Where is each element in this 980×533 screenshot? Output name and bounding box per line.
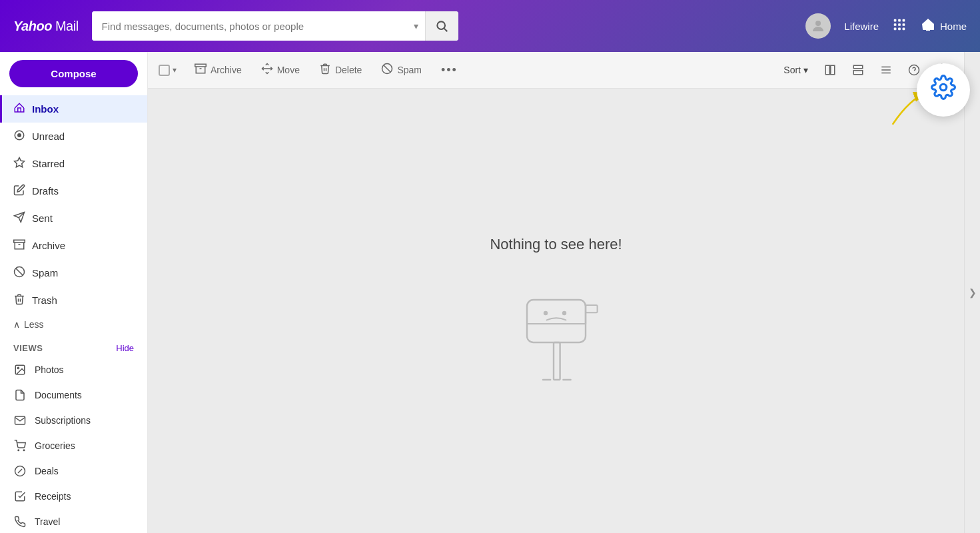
svg-line-20	[16, 268, 23, 276]
groceries-icon	[13, 439, 27, 452]
content-area: Nothing to see here!	[148, 89, 964, 533]
svg-point-2	[815, 21, 821, 26]
travel-label: Travel	[35, 516, 60, 527]
home-button[interactable]: Home	[920, 16, 967, 36]
subscriptions-label: Subscriptions	[35, 415, 91, 426]
svg-rect-37	[853, 71, 863, 75]
home-icon	[920, 16, 936, 36]
spam-button[interactable]: Spam	[373, 59, 430, 81]
groceries-label: Groceries	[35, 440, 75, 451]
user-name: Lifewire	[844, 21, 879, 32]
move-toolbar-icon	[261, 63, 273, 77]
svg-line-33	[384, 65, 391, 73]
receipts-label: Receipts	[35, 491, 71, 502]
drafts-icon	[13, 184, 25, 198]
more-button[interactable]: •••	[433, 59, 466, 81]
search-button[interactable]	[425, 11, 458, 41]
archive-button[interactable]: Archive	[187, 59, 250, 81]
sidebar-item-deals[interactable]: Deals	[0, 458, 147, 484]
select-all-checkbox[interactable]	[159, 65, 170, 76]
svg-point-52	[562, 310, 566, 314]
svg-point-51	[543, 310, 547, 314]
delete-toolbar-icon	[319, 63, 331, 77]
search-input[interactable]	[92, 11, 407, 41]
archive-icon	[13, 239, 25, 253]
chevron-up-icon: ∧	[13, 319, 20, 330]
inbox-label: Inbox	[32, 103, 59, 115]
chevron-left-icon: ❯	[969, 287, 977, 298]
logo: Yahoo Mail	[13, 17, 79, 35]
panel-collapse-arrow[interactable]: ❯	[964, 52, 980, 533]
inbox-icon	[13, 102, 25, 116]
svg-point-23	[18, 450, 19, 451]
yahoo-mail-logo: Yahoo Mail	[13, 17, 79, 35]
delete-button[interactable]: Delete	[311, 59, 370, 81]
archive-toolbar-icon	[195, 63, 207, 77]
photos-label: Photos	[35, 364, 64, 375]
sidebar-item-unread[interactable]: Unread	[0, 123, 147, 150]
sidebar-item-sent[interactable]: Sent	[0, 205, 147, 232]
svg-point-53	[940, 84, 947, 91]
less-label: Less	[24, 319, 44, 330]
less-toggle[interactable]: ∧ Less	[0, 314, 147, 335]
compose-button[interactable]: Compose	[9, 60, 138, 87]
sort-label: Sort	[783, 65, 801, 75]
sidebar-item-trash[interactable]: Trash	[0, 286, 147, 314]
sidebar-item-photos[interactable]: Photos	[0, 357, 147, 382]
sidebar-item-drafts[interactable]: Drafts	[0, 177, 147, 205]
starred-label: Starred	[32, 158, 65, 169]
sidebar-item-documents[interactable]: Documents	[0, 382, 147, 408]
move-button[interactable]: Move	[253, 59, 308, 81]
starred-icon	[13, 157, 25, 171]
spam-icon	[13, 266, 25, 280]
email-list: Nothing to see here!	[148, 89, 964, 533]
list-view-button[interactable]	[875, 59, 897, 81]
apps-grid-icon[interactable]	[892, 17, 907, 35]
archive-btn-label: Archive	[211, 65, 242, 75]
svg-rect-5	[903, 19, 905, 21]
sidebar-item-travel[interactable]: Travel	[0, 509, 147, 533]
views-section-header: Views Hide	[0, 335, 147, 357]
sent-icon	[13, 211, 25, 225]
delete-btn-label: Delete	[335, 65, 362, 75]
svg-rect-17	[14, 240, 25, 243]
svg-point-24	[23, 450, 25, 451]
sort-button[interactable]: Sort ▾	[778, 61, 813, 79]
sidebar-item-subscriptions[interactable]: Subscriptions	[0, 408, 147, 433]
search-bar: ▾	[92, 11, 458, 41]
svg-rect-36	[853, 65, 863, 69]
sidebar-item-spam[interactable]: Spam	[0, 259, 147, 286]
preview-view-button[interactable]	[847, 59, 869, 81]
sidebar-item-receipts[interactable]: Receipts	[0, 484, 147, 509]
sidebar-item-groceries[interactable]: Groceries	[0, 433, 147, 458]
svg-rect-8	[903, 23, 905, 26]
svg-rect-44	[554, 342, 560, 380]
documents-icon	[13, 388, 27, 402]
main-layout: Compose Inbox Unread Starred Drafts	[0, 52, 980, 533]
receipts-icon	[13, 490, 27, 503]
svg-line-1	[444, 29, 448, 32]
select-all-area: ▾	[159, 65, 177, 76]
svg-rect-29	[195, 64, 207, 67]
svg-rect-35	[831, 65, 835, 75]
spam-toolbar-icon	[381, 63, 393, 77]
home-label: Home	[940, 21, 967, 32]
views-label: Views	[13, 343, 43, 353]
unread-icon	[13, 129, 25, 143]
avatar	[805, 13, 831, 39]
deals-label: Deals	[35, 466, 59, 476]
select-chevron-icon[interactable]: ▾	[173, 65, 177, 75]
search-chevron-icon[interactable]: ▾	[407, 21, 425, 31]
sidebar-item-inbox[interactable]: Inbox	[0, 95, 147, 123]
header-right: Lifewire Home	[805, 13, 967, 39]
trash-label: Trash	[32, 294, 57, 306]
svg-rect-7	[898, 23, 901, 26]
sidebar-item-starred[interactable]: Starred	[0, 150, 147, 177]
svg-point-22	[17, 367, 19, 368]
views-hide-link[interactable]: Hide	[116, 343, 134, 353]
travel-icon	[13, 515, 27, 528]
split-view-button[interactable]	[819, 59, 841, 81]
svg-rect-47	[527, 300, 586, 342]
documents-label: Documents	[35, 390, 82, 400]
sidebar-item-archive[interactable]: Archive	[0, 232, 147, 259]
